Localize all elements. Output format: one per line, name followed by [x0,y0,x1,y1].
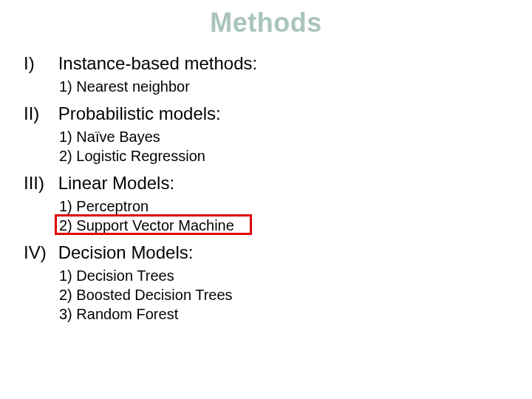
list-item: 1) Nearest neighbor [59,78,190,95]
list-item: 2) Logistic Regression [59,148,205,165]
list-item: 1) Naïve Bayes [59,129,160,146]
item-label: Logistic Regression [76,148,205,164]
item-number: 2) [59,148,72,165]
item-number: 1) [59,267,72,284]
item-number: 1) [59,129,72,146]
item-number: 2) [59,287,72,304]
list-item: 1) Decision Trees [59,267,174,284]
section-label: Probabilistic models: [58,103,221,123]
item-label: Naïve Bayes [76,129,160,145]
list-item: 1) Perceptron [59,198,149,215]
highlight-box [55,214,252,235]
section-number: III) [24,173,53,194]
item-label: Nearest neighbor [76,78,189,95]
item-label: Decision Trees [76,267,174,284]
section-label: Linear Models: [58,173,174,193]
section-label: Instance-based methods: [58,53,258,73]
section-instance-based: I) Instance-based methods: [24,53,257,74]
item-label: Perceptron [76,198,149,214]
section-number: I) [24,53,53,74]
section-probabilistic: II) Probabilistic models: [24,103,221,124]
section-linear: III) Linear Models: [24,173,174,194]
section-decision: IV) Decision Models: [24,242,193,263]
section-number: II) [24,103,53,124]
list-item: 3) Random Forest [59,306,178,323]
item-number: 1) [59,198,72,215]
item-label: Boosted Decision Trees [76,287,232,303]
list-item: 2) Boosted Decision Trees [59,287,233,304]
slide-title: Methods [0,7,532,38]
item-number: 1) [59,78,72,95]
section-number: IV) [24,242,53,263]
item-label: Random Forest [76,306,178,322]
item-number: 3) [59,306,72,323]
section-label: Decision Models: [58,242,194,262]
slide: Methods I) Instance-based methods: 1) Ne… [0,0,532,399]
